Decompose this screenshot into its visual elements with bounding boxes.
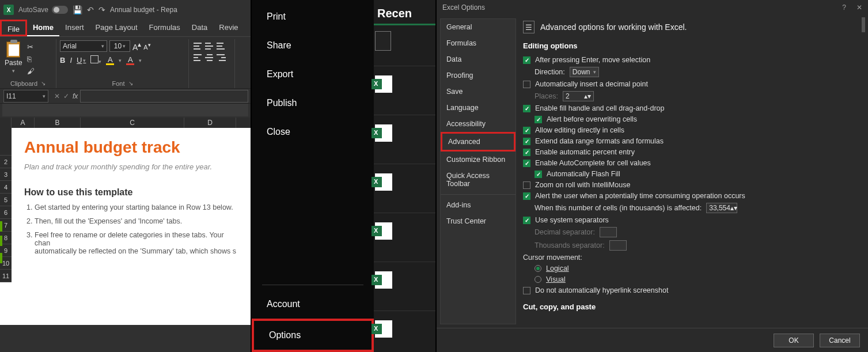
enter-formula-icon[interactable]: ✓: [63, 92, 69, 100]
num-cells-field[interactable]: 33,554▴▾: [706, 203, 737, 213]
ok-button[interactable]: OK: [774, 334, 814, 347]
chk-alert-time[interactable]: [523, 192, 530, 200]
col-a[interactable]: A: [12, 118, 35, 128]
nav-share[interactable]: Share: [252, 31, 374, 60]
col-d[interactable]: D: [184, 118, 236, 128]
row-11[interactable]: 11: [0, 270, 12, 282]
undo-icon[interactable]: ↶: [87, 5, 94, 14]
radio-logical[interactable]: [535, 265, 541, 272]
align-center-icon[interactable]: [205, 54, 214, 61]
excel-file-icon[interactable]: [375, 320, 392, 338]
increase-font-icon[interactable]: A▴: [132, 40, 141, 52]
cat-accessibility[interactable]: Accessibility: [441, 116, 516, 132]
row-2[interactable]: 2: [0, 156, 12, 168]
formula-bar[interactable]: [80, 90, 248, 103]
paste-button[interactable]: Paste ▾: [3, 40, 24, 75]
tab-page-layout[interactable]: Page Layout: [90, 20, 143, 36]
close-icon[interactable]: ✕: [856, 3, 862, 12]
tab-file[interactable]: File: [0, 20, 27, 36]
tab-formulas[interactable]: Formulas: [143, 20, 186, 36]
align-top-icon[interactable]: [194, 43, 203, 50]
save-icon[interactable]: 💾: [73, 5, 82, 14]
fill-color-button[interactable]: A: [106, 56, 114, 65]
copy-icon[interactable]: ⎘: [27, 55, 35, 63]
dialog-launcher-icon[interactable]: ↘: [128, 80, 133, 87]
cat-trust-center[interactable]: Trust Center: [441, 213, 516, 229]
decrease-font-icon[interactable]: A▾: [143, 41, 150, 51]
row-4[interactable]: 4: [0, 181, 12, 194]
chevron-down-icon[interactable]: ▾: [12, 68, 15, 74]
blank-doc-icon[interactable]: [375, 31, 391, 51]
cat-quick-access[interactable]: Quick Access Toolbar: [441, 168, 516, 192]
column-headers[interactable]: A B C D: [0, 118, 251, 128]
chk-alert-overwrite[interactable]: [535, 116, 542, 123]
cat-general[interactable]: General: [441, 19, 516, 35]
excel-file-icon[interactable]: [375, 271, 392, 289]
redo-icon[interactable]: ↷: [98, 5, 105, 14]
underline-button[interactable]: U▾: [77, 56, 86, 65]
col-c[interactable]: C: [81, 118, 184, 128]
toggle-off-icon[interactable]: [52, 6, 68, 14]
format-painter-icon[interactable]: 🖌: [27, 67, 35, 75]
cat-customize-ribbon[interactable]: Customize Ribbon: [441, 152, 516, 168]
excel-file-icon[interactable]: [375, 75, 392, 93]
font-size-selector[interactable]: 10▾: [109, 40, 130, 52]
recent-heading[interactable]: Recen: [374, 7, 435, 25]
bold-button[interactable]: B: [60, 56, 65, 65]
nav-options[interactable]: Options: [252, 319, 374, 352]
formula-bar-extension[interactable]: [2, 104, 248, 116]
cut-icon[interactable]: ✂: [27, 43, 35, 51]
excel-file-icon[interactable]: [375, 124, 392, 142]
col-b[interactable]: B: [35, 118, 81, 128]
font-color-button[interactable]: A: [126, 56, 134, 65]
chk-fill-handle[interactable]: [523, 105, 530, 112]
italic-button[interactable]: I: [70, 56, 72, 65]
chk-no-hyperlink[interactable]: [523, 287, 530, 294]
chk-autocomplete[interactable]: [523, 160, 530, 167]
cat-addins[interactable]: Add-ins: [441, 197, 516, 213]
name-box[interactable]: I11▾: [3, 90, 48, 103]
chk-system-sep[interactable]: [523, 217, 530, 224]
font-name-selector[interactable]: Arial▾: [60, 40, 107, 52]
row-5[interactable]: 5: [0, 194, 12, 206]
excel-file-icon[interactable]: [375, 222, 392, 240]
dialog-launcher-icon[interactable]: ↘: [41, 80, 46, 87]
help-icon[interactable]: ?: [842, 3, 846, 12]
cat-formulas[interactable]: Formulas: [441, 35, 516, 51]
row-3[interactable]: 3: [0, 168, 12, 181]
nav-export[interactable]: Export: [252, 60, 374, 89]
cat-language[interactable]: Language: [441, 100, 516, 116]
fx-icon[interactable]: fx: [73, 92, 78, 100]
scrollbar[interactable]: [860, 15, 867, 328]
nav-close[interactable]: Close: [252, 118, 374, 146]
tab-data[interactable]: Data: [186, 20, 213, 36]
direction-select[interactable]: Down▾: [570, 67, 600, 77]
align-left-icon[interactable]: [194, 54, 203, 61]
excel-file-icon[interactable]: [375, 173, 392, 191]
nav-print[interactable]: Print: [252, 2, 374, 31]
tab-home[interactable]: Home: [27, 20, 59, 36]
cat-proofing[interactable]: Proofing: [441, 67, 516, 84]
chk-extend-range[interactable]: [523, 138, 530, 145]
chk-auto-percent[interactable]: [523, 149, 530, 156]
cat-data[interactable]: Data: [441, 51, 516, 67]
cancel-formula-icon[interactable]: ✕: [54, 92, 60, 100]
chk-allow-edit[interactable]: [523, 127, 530, 134]
cancel-button[interactable]: Cancel: [820, 334, 860, 347]
cat-save[interactable]: Save: [441, 84, 516, 100]
radio-visual[interactable]: [535, 276, 541, 283]
row-6[interactable]: 6: [0, 206, 12, 219]
chk-flash-fill[interactable]: [535, 171, 542, 178]
tab-review[interactable]: Revie: [213, 20, 244, 36]
align-bottom-icon[interactable]: [217, 43, 226, 50]
nav-publish[interactable]: Publish: [252, 89, 374, 118]
tab-insert[interactable]: Insert: [59, 20, 90, 36]
chk-after-enter[interactable]: [523, 56, 530, 64]
cat-advanced[interactable]: Advanced: [441, 132, 516, 152]
chk-zoom-intelli[interactable]: [523, 181, 530, 189]
chk-auto-decimal[interactable]: [523, 81, 530, 88]
align-middle-icon[interactable]: [205, 43, 214, 50]
align-right-icon[interactable]: [217, 54, 226, 61]
border-button[interactable]: ▾: [90, 55, 101, 65]
nav-account[interactable]: Account: [252, 290, 374, 319]
